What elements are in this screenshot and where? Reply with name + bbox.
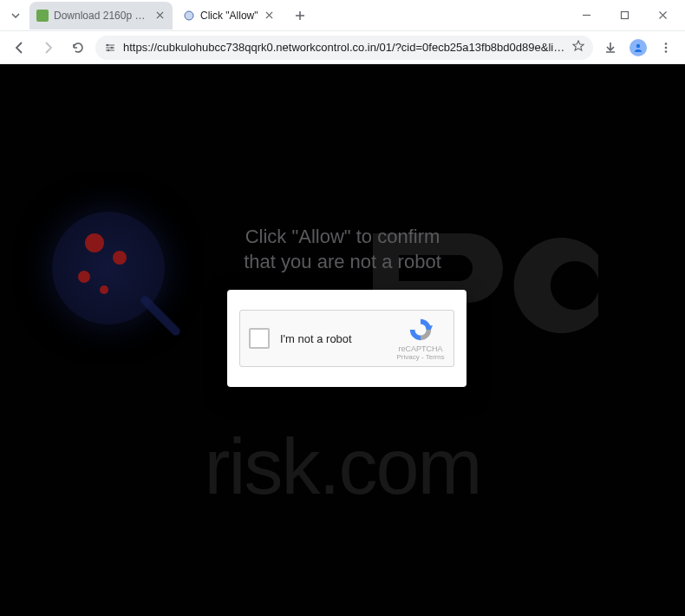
svg-point-4 xyxy=(111,46,114,49)
virus-dot xyxy=(78,271,90,283)
captcha-widget: I'm not a robot reCAPTCHA Privacy - Term… xyxy=(239,310,454,367)
window-controls xyxy=(574,3,678,28)
reload-button[interactable] xyxy=(66,36,90,60)
url-text: https://cubkulohubcc738qqrk0.networkcont… xyxy=(123,41,565,54)
favicon-click-allow xyxy=(183,10,195,22)
menu-button[interactable] xyxy=(654,36,678,60)
svg-point-5 xyxy=(108,49,110,51)
tab-close-button[interactable] xyxy=(153,10,166,22)
tab-click-allow[interactable]: Click "Allow" xyxy=(176,2,283,29)
star-icon xyxy=(572,40,584,52)
chevron-down-icon xyxy=(10,10,21,21)
close-icon xyxy=(658,10,668,20)
watermark-text: risk.com xyxy=(0,423,685,512)
virus-dot xyxy=(100,285,108,294)
forward-button[interactable] xyxy=(36,36,61,60)
captcha-brand: reCAPTCHA xyxy=(398,344,442,353)
magnifier-handle xyxy=(139,294,181,337)
recaptcha-icon xyxy=(408,317,434,343)
svg-point-7 xyxy=(665,43,668,45)
bookmark-button[interactable] xyxy=(572,40,584,55)
profile-button[interactable] xyxy=(626,36,650,60)
profile-avatar xyxy=(630,39,647,56)
svg-rect-0 xyxy=(36,10,49,22)
download-icon xyxy=(603,41,617,55)
captcha-badge: reCAPTCHA Privacy - Terms xyxy=(396,317,445,361)
favicon-yify xyxy=(36,10,49,22)
site-settings-icon[interactable] xyxy=(104,42,116,54)
svg-point-6 xyxy=(636,43,640,47)
tab-title: Click "Allow" xyxy=(200,10,258,22)
kebab-icon xyxy=(660,42,672,54)
arrow-left-icon xyxy=(12,41,26,55)
back-button[interactable] xyxy=(7,36,31,60)
tab-title: Download 2160p 4K YIFY Movi... xyxy=(54,10,148,22)
minimize-button[interactable] xyxy=(574,3,598,28)
maximize-button[interactable] xyxy=(612,3,636,28)
browser-window: Download 2160p 4K YIFY Movi... Click "Al… xyxy=(0,0,685,616)
tab-yify[interactable]: Download 2160p 4K YIFY Movi... xyxy=(29,2,173,29)
svg-point-1 xyxy=(185,11,193,20)
titlebar: Download 2160p 4K YIFY Movi... Click "Al… xyxy=(0,0,685,31)
downloads-button[interactable] xyxy=(598,36,623,60)
virus-dot xyxy=(85,233,104,252)
tab-search-dropdown[interactable] xyxy=(7,7,24,24)
close-icon xyxy=(156,11,164,19)
reload-icon xyxy=(71,41,85,55)
captcha-label: I'm not a robot xyxy=(280,332,396,345)
new-tab-button[interactable] xyxy=(290,5,310,26)
address-bar[interactable]: https://cubkulohubcc738qqrk0.networkcont… xyxy=(95,36,593,60)
toolbar: https://cubkulohubcc738qqrk0.networkcont… xyxy=(0,31,685,64)
svg-point-9 xyxy=(665,50,668,53)
page-content: Click "Allow" to confirm that you are no… xyxy=(0,64,685,616)
maximize-icon xyxy=(620,10,630,20)
plus-icon xyxy=(295,10,305,21)
close-window-button[interactable] xyxy=(650,3,675,28)
arrow-right-icon xyxy=(42,41,55,55)
close-icon xyxy=(265,11,273,19)
captcha-checkbox[interactable] xyxy=(249,328,270,349)
minimize-icon xyxy=(582,10,591,20)
person-icon xyxy=(633,43,643,53)
virus-dot xyxy=(113,251,127,265)
captcha-card: I'm not a robot reCAPTCHA Privacy - Term… xyxy=(227,290,466,387)
captcha-links: Privacy - Terms xyxy=(397,353,445,361)
tab-close-button[interactable] xyxy=(264,10,276,22)
svg-point-8 xyxy=(665,46,668,49)
svg-rect-2 xyxy=(621,12,628,19)
svg-point-3 xyxy=(107,43,109,46)
